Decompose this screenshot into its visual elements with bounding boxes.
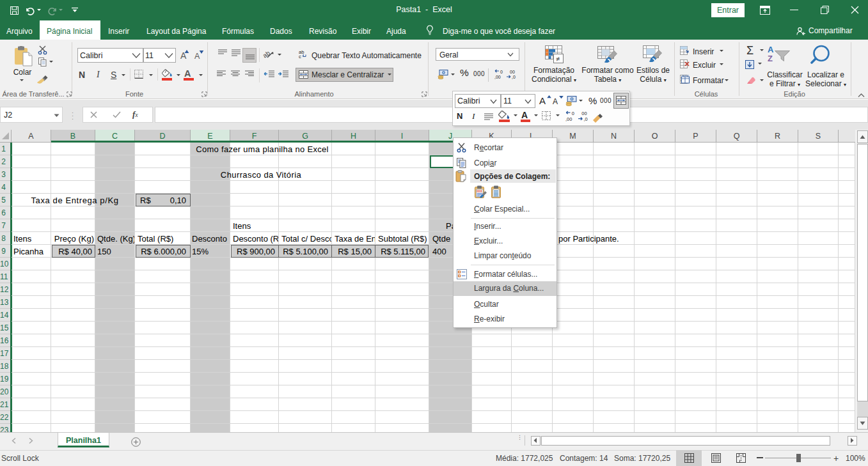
svg-text:,00: ,00	[565, 116, 572, 121]
svg-text:,0: ,0	[584, 116, 588, 121]
svg-text:00: 00	[510, 70, 515, 74]
svg-text:,00: ,00	[494, 75, 501, 79]
svg-text:0: 0	[500, 70, 503, 74]
svg-text:,0: ,0	[512, 75, 516, 79]
svg-text:0: 0	[572, 111, 574, 116]
svg-text:≠: ≠	[556, 55, 560, 63]
svg-text:00: 00	[581, 111, 587, 116]
svg-text:c: c	[299, 54, 301, 59]
